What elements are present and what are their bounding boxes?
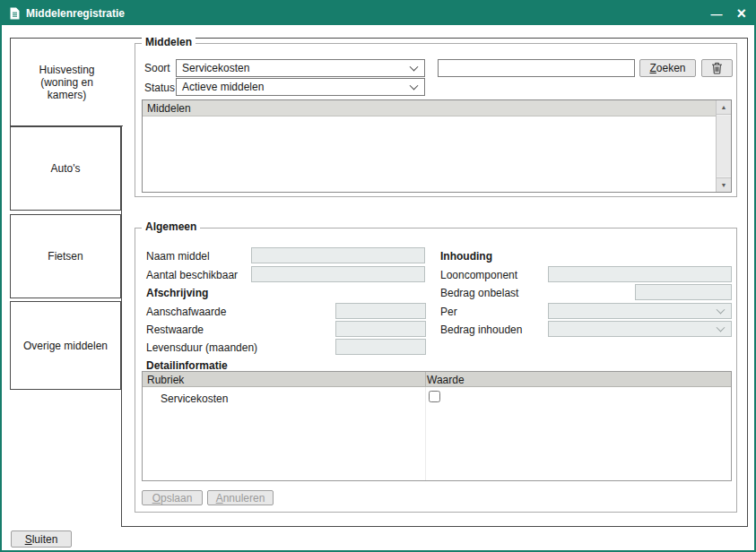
bedrag-inhouden-label: Bedrag inhouden — [440, 323, 522, 336]
levensduur-input — [335, 339, 426, 355]
algemeen-groupbox: Algemeen Naam middel Inhouding Aantal be… — [135, 228, 737, 513]
restwaarde-label: Restwaarde — [146, 323, 204, 336]
header-rubriek: Rubriek — [147, 374, 184, 386]
minimize-button[interactable]: — — [710, 8, 722, 20]
list-header: Middelen — [143, 100, 716, 116]
trash-icon — [711, 62, 723, 74]
tab-fietsen[interactable]: Fietsen — [10, 214, 121, 298]
middelen-groupbox: Middelen Soort Servicekosten Zoeken Stat… — [135, 43, 737, 197]
document-icon — [10, 7, 20, 20]
tab-overige-middelen[interactable]: Overige middelen — [10, 301, 121, 390]
aanschafwaarde-label: Aanschafwaarde — [146, 306, 226, 318]
middelen-legend: Middelen — [142, 36, 196, 48]
list-scrollbar[interactable]: ▲ ▼ — [716, 100, 731, 192]
detail-table-header: Rubriek Waarde — [143, 372, 731, 387]
delete-button[interactable] — [701, 59, 733, 77]
waarde-checkbox[interactable] — [429, 391, 440, 402]
tab-label: Overige middelen — [23, 340, 108, 352]
aantal-beschikbaar-input — [251, 266, 425, 282]
chevron-down-icon — [410, 82, 419, 91]
window-title: Middelenregistratie — [26, 7, 125, 20]
per-select — [548, 303, 732, 319]
scroll-down-button[interactable]: ▼ — [717, 177, 731, 192]
soort-label: Soort — [144, 62, 170, 74]
scroll-thumb[interactable] — [717, 116, 731, 177]
tab-label: Auto's — [51, 162, 81, 175]
per-label: Per — [440, 306, 457, 318]
tab-huisvesting[interactable]: Huisvesting (woning en kamers) — [10, 38, 123, 126]
chevron-down-icon — [717, 306, 726, 315]
list-header-label: Middelen — [147, 102, 191, 115]
titlebar: Middelenregistratie — × — [2, 2, 754, 25]
column-divider — [425, 387, 426, 480]
zoeken-button[interactable]: Zoeken — [639, 59, 696, 77]
levensduur-label: Levensduur (maanden) — [146, 341, 257, 354]
header-waarde: Waarde — [427, 374, 465, 386]
restwaarde-input — [335, 321, 426, 337]
bedrag-onbelast-label: Bedrag onbelast — [440, 287, 518, 299]
chevron-down-icon — [717, 323, 726, 332]
rubriek-cell: Servicekosten — [161, 392, 228, 405]
status-select[interactable]: Actieve middelen — [176, 78, 425, 96]
soort-select[interactable]: Servicekosten — [176, 59, 425, 77]
sluiten-button[interactable]: Sluiten — [11, 530, 72, 548]
naam-middel-label: Naam middel — [146, 250, 210, 263]
detail-table: Rubriek Waarde Servicekosten — [142, 371, 732, 481]
middelen-list[interactable]: Middelen ▲ ▼ — [142, 99, 732, 193]
opslaan-button: Opslaan — [142, 490, 203, 505]
soort-value: Servicekosten — [182, 62, 249, 74]
tab-label: Huisvesting (woning en kamers) — [20, 64, 114, 101]
afschrijving-header: Afschrijving — [146, 287, 208, 299]
annuleren-button: Annuleren — [207, 490, 274, 505]
aantal-beschikbaar-label: Aantal beschikbaar — [146, 269, 238, 281]
status-label: Status — [144, 82, 175, 94]
tab-label: Fietsen — [48, 250, 83, 263]
scroll-up-button[interactable]: ▲ — [717, 100, 731, 115]
chevron-down-icon — [410, 63, 419, 72]
detailinformatie-header: Detailinformatie — [146, 359, 228, 372]
aanschafwaarde-input — [335, 303, 426, 319]
algemeen-legend: Algemeen — [142, 220, 200, 233]
search-input[interactable] — [438, 59, 635, 77]
status-value: Actieve middelen — [182, 81, 264, 93]
bedrag-inhouden-select — [548, 321, 732, 337]
looncomponent-input — [548, 266, 732, 282]
tab-autos[interactable]: Auto's — [10, 126, 121, 211]
bedrag-onbelast-input — [635, 284, 732, 300]
middelenregistratie-window: Middelenregistratie — × Huisvesting (won… — [0, 0, 756, 552]
column-divider — [425, 372, 426, 387]
looncomponent-label: Looncomponent — [440, 269, 517, 281]
close-button[interactable]: × — [736, 5, 746, 22]
inhouding-header: Inhouding — [440, 250, 492, 263]
naam-middel-input — [251, 247, 425, 263]
